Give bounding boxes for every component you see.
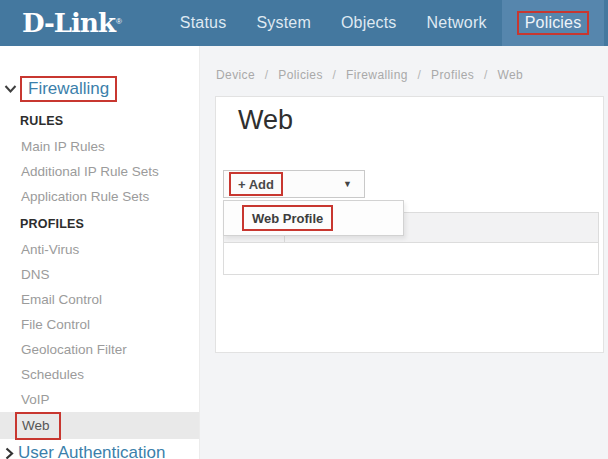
sidebar-item-anti-virus[interactable]: Anti-Virus (0, 237, 199, 262)
sidebar-item-web[interactable]: Web (0, 412, 199, 439)
add-button[interactable]: + Add ▼ (223, 170, 365, 198)
main-content: Device / Policies / Firewalling / Profil… (200, 46, 608, 459)
sidebar-item-main-ip-rules[interactable]: Main IP Rules (0, 134, 199, 159)
add-button-label: Add (249, 177, 274, 192)
nav-item-policies[interactable]: Policies (502, 0, 605, 46)
breadcrumb-separator: / (265, 68, 269, 82)
breadcrumb-separator: / (333, 68, 337, 82)
sidebar-group-label: User Authentication (18, 443, 165, 459)
sidebar-item-geolocation-filter[interactable]: Geolocation Filter (0, 337, 199, 362)
chevron-right-icon (5, 447, 14, 459)
sidebar-group-firewalling[interactable]: Firewalling (0, 76, 199, 102)
sidebar-item-additional-ip-rule-sets[interactable]: Additional IP Rule Sets (0, 159, 199, 184)
page-title: Web (238, 105, 293, 136)
sidebar-item-file-control[interactable]: File Control (0, 312, 199, 337)
breadcrumb-policies[interactable]: Policies (278, 68, 323, 82)
chevron-down-icon (4, 85, 17, 94)
profiles-table-empty-row (223, 243, 599, 275)
dlink-logo: D-Link® (22, 0, 121, 46)
breadcrumb-web[interactable]: Web (497, 68, 523, 82)
add-dropdown-menu: Web Profile (223, 200, 404, 236)
nav-item-status[interactable]: Status (165, 0, 242, 46)
top-navigation-bar: D-Link® Status System Objects Network Po… (0, 0, 608, 46)
nav-item-system[interactable]: System (241, 0, 326, 46)
annotation-box-web: Web (15, 412, 61, 440)
annotation-box-policies: Policies (517, 11, 590, 35)
sidebar-group-user-authentication[interactable]: User Authentication (0, 443, 199, 459)
dlink-logo-text: D-Link (22, 10, 115, 36)
plus-icon: + (238, 177, 246, 192)
sidebar-heading-profiles: PROFILES (0, 217, 199, 231)
breadcrumb-separator: / (418, 68, 422, 82)
sidebar-item-dns[interactable]: DNS (0, 262, 199, 287)
caret-down-icon[interactable]: ▼ (343, 179, 352, 189)
nav-item-network[interactable]: Network (412, 0, 502, 46)
annotation-box-web-profile: Web Profile (242, 205, 333, 231)
main-nav: Status System Objects Network Policies (165, 0, 605, 46)
sidebar: Firewalling RULES Main IP Rules Addition… (0, 46, 200, 459)
breadcrumb-firewalling[interactable]: Firewalling (346, 68, 408, 82)
breadcrumb: Device / Policies / Firewalling / Profil… (200, 46, 608, 82)
breadcrumb-separator: / (484, 68, 488, 82)
sidebar-item-voip[interactable]: VoIP (0, 387, 199, 412)
sidebar-item-email-control[interactable]: Email Control (0, 287, 199, 312)
sidebar-group-label: Firewalling (28, 79, 109, 98)
sidebar-heading-rules: RULES (0, 114, 199, 128)
sidebar-item-schedules[interactable]: Schedules (0, 362, 199, 387)
web-profiles-card: Web + Add ▼ Web Profile (215, 96, 604, 353)
sidebar-item-application-rule-sets[interactable]: Application Rule Sets (0, 184, 199, 209)
registered-mark: ® (116, 17, 122, 26)
breadcrumb-profiles[interactable]: Profiles (431, 68, 474, 82)
annotation-box-firewalling: Firewalling (20, 76, 117, 102)
dropdown-item-web-profile[interactable]: Web Profile (224, 205, 333, 231)
annotation-box-add: + Add (229, 172, 283, 196)
breadcrumb-device[interactable]: Device (216, 68, 255, 82)
nav-item-objects[interactable]: Objects (326, 0, 412, 46)
